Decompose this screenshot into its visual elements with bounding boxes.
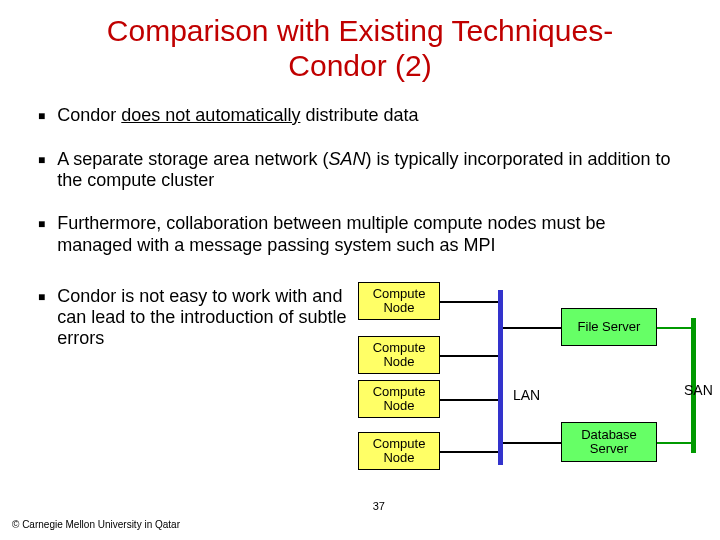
bullet-item: ■ Condor does not automatically distribu…: [38, 105, 682, 127]
compute-node-box: ComputeNode: [358, 432, 440, 470]
bullet-marker: ■: [38, 286, 45, 350]
title-line: Comparison with Existing Techniques-Cond…: [107, 14, 613, 82]
san-connector: [657, 442, 693, 444]
copyright-text: © Carnegie Mellon University in Qatar: [12, 519, 180, 530]
connector-line: [440, 355, 498, 357]
compute-node-box: ComputeNode: [358, 282, 440, 320]
slide-title: Comparison with Existing Techniques-Cond…: [0, 0, 720, 83]
compute-node-box: ComputeNode: [358, 336, 440, 374]
connector-line: [440, 301, 498, 303]
bullet-marker: ■: [38, 105, 45, 127]
lan-label: LAN: [513, 387, 540, 403]
bullet-marker: ■: [38, 213, 45, 255]
san-label: SAN: [684, 382, 713, 398]
database-server-box: DatabaseServer: [561, 422, 657, 462]
bullet-marker: ■: [38, 149, 45, 191]
compute-node-box: ComputeNode: [358, 380, 440, 418]
connector-line: [503, 327, 561, 329]
page-number: 37: [373, 500, 385, 512]
connector-line: [440, 451, 498, 453]
bullet-text: Condor does not automatically distribute…: [57, 105, 418, 127]
bullet-item: ■ A separate storage area network (SAN) …: [38, 149, 682, 191]
bullet-text: Furthermore, collaboration between multi…: [57, 213, 677, 255]
bullet-item: ■ Furthermore, collaboration between mul…: [38, 213, 682, 255]
bullet-text: Condor is not easy to work with and can …: [57, 286, 357, 350]
san-connector: [657, 327, 693, 329]
connector-line: [503, 442, 561, 444]
architecture-diagram: ComputeNode ComputeNode ComputeNode Comp…: [358, 282, 718, 492]
connector-line: [440, 399, 498, 401]
file-server-box: File Server: [561, 308, 657, 346]
lan-bus: [498, 290, 503, 465]
bullet-text: A separate storage area network (SAN) is…: [57, 149, 677, 191]
